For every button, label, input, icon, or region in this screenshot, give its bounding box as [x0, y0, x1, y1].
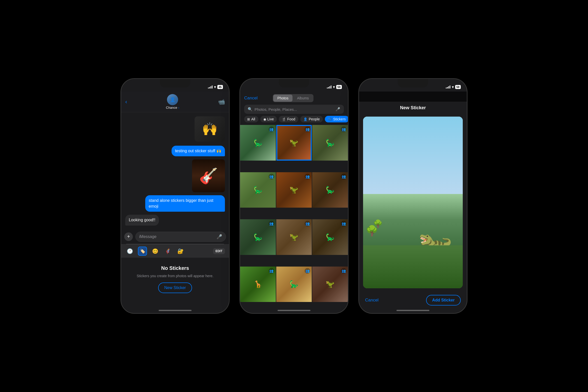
add-sticker-button[interactable]: Add Sticker [426, 295, 461, 306]
live-icon: ◉ [263, 117, 266, 121]
photo-cell-5[interactable]: 🦖 👥 [276, 172, 312, 208]
segment-control: Photos Albums [273, 94, 313, 102]
photo-cell-6[interactable]: 🦕 👥 [312, 172, 348, 208]
filter-food-label: Food [287, 117, 295, 121]
photo-cell-10[interactable]: 🦒 👥 [240, 267, 276, 302]
status-icons-2: ▾ 59 [327, 85, 342, 89]
filter-people[interactable]: 👤 People [300, 116, 323, 122]
filter-stickers[interactable]: 🔵 Stickers [325, 116, 348, 122]
people-indicator-2: 👥 [305, 126, 310, 132]
sticker-cancel-button[interactable]: Cancel [365, 298, 379, 303]
filter-people-label: People [309, 117, 320, 121]
seg-albums[interactable]: Albums [293, 95, 313, 102]
edit-button[interactable]: EDIT [213, 248, 225, 254]
new-sticker-header: New Sticker [359, 102, 467, 114]
food-icon: 🍴 [282, 117, 286, 121]
people-indicator-6: 👥 [341, 174, 346, 179]
status-icons-1: ▾ 45 [208, 85, 223, 89]
phone-1: ▾ 45 ‹ 👤 Chance › 📹 [121, 78, 229, 314]
no-stickers-subtitle: Stickers you create from photos will app… [137, 274, 213, 279]
people-indicator-4: 👥 [269, 174, 274, 179]
message-sticker-1: 🙌 [195, 116, 225, 142]
message-input[interactable]: iMessage 🎤 [135, 232, 226, 242]
filter-live[interactable]: ◉ Live [260, 116, 277, 122]
search-icon: 🔍 [248, 107, 253, 112]
people-indicator-11: 👥 [305, 268, 310, 274]
filter-live-label: Live [267, 117, 274, 121]
photo-picker-header: Cancel Photos Albums [240, 92, 348, 105]
people-indicator-10: 👥 [269, 268, 274, 274]
wifi-icon-1: ▾ [214, 85, 216, 89]
contact-name: Chance › [166, 106, 179, 110]
filter-row: ⊞ All ◉ Live 🍴 Food 👤 People 🔵 Stic [240, 116, 348, 125]
grid-icon: ⊞ [247, 117, 250, 121]
people-indicator-9: 👥 [341, 221, 346, 226]
filter-all[interactable]: ⊞ All [244, 116, 258, 122]
photo-cell-12[interactable]: 🦖 👥 [312, 267, 348, 302]
new-sticker-title: New Sticker [400, 105, 426, 111]
search-placeholder: Photos, People, Places... [255, 107, 297, 112]
people-indicator-8: 👥 [305, 221, 310, 226]
status-bar-3: ▾ 59 [359, 79, 467, 92]
status-icons-3: ▾ 59 [446, 85, 461, 89]
avatar-img: 👤 [167, 94, 178, 105]
wifi-icon-2: ▾ [333, 85, 335, 89]
contact-chevron: › [178, 106, 179, 110]
message-bubble-testing: testing out sticker stuff 🙌 [172, 146, 225, 156]
people-indicator-3: 👥 [341, 126, 346, 132]
people-indicator-12: 👥 [341, 268, 346, 274]
contact-info[interactable]: 👤 Chance › [130, 94, 215, 110]
mic-search-icon[interactable]: 🎤 [335, 107, 340, 112]
sticker-icon-active[interactable]: 🏷️ [138, 247, 147, 256]
memoji-icon[interactable]: 🦸 [163, 247, 172, 256]
sticker-preview-area: 🌳 🌳 🦖 [363, 117, 463, 288]
people-indicator-7: 👥 [269, 221, 274, 226]
photo-cell-1[interactable]: 🦕 👥 [240, 125, 276, 161]
no-stickers-area: No Stickers Stickers you create from pho… [121, 258, 229, 301]
video-call-button[interactable]: 📹 [218, 99, 225, 105]
status-bar-1: ▾ 45 [121, 79, 229, 92]
phone-3: ▾ 59 New Sticker 🌳 [359, 78, 467, 314]
photo-cell-11[interactable]: 🦕 👥 [276, 267, 312, 302]
emoji-icon[interactable]: 😊 [151, 247, 160, 256]
signal-bars-3 [446, 85, 450, 89]
search-bar[interactable]: 🔍 Photos, People, Places... 🎤 [244, 105, 344, 114]
message-input-row: + iMessage 🎤 [121, 230, 229, 244]
mic-icon[interactable]: 🎤 [217, 234, 222, 239]
cancel-button-2[interactable]: Cancel [244, 96, 258, 101]
filter-all-label: All [251, 117, 255, 121]
photo-grid: 🦕 👥 🦖 👥 🦕 👥 🦕 👥 🦖 👥 [240, 125, 348, 313]
battery-1: 45 [217, 85, 223, 89]
status-bar-2: ▾ 59 [240, 79, 348, 92]
battery-3: 59 [455, 85, 461, 89]
chat-header: ‹ 👤 Chance › 📹 [121, 92, 229, 112]
chat-messages: 🙌 testing out sticker stuff 🙌 🎸 stand al… [121, 112, 229, 230]
people-icon-chip: 👤 [303, 117, 307, 121]
password-icon[interactable]: 🔐 [176, 247, 185, 256]
photo-cell-7[interactable]: 🦕 👥 [240, 219, 276, 255]
plus-button[interactable]: + [124, 232, 133, 241]
filter-stickers-label: Stickers [333, 117, 346, 121]
battery-2: 59 [336, 85, 342, 89]
message-sticker-guitarist: 🎸 [192, 159, 225, 192]
wifi-icon-3: ▾ [452, 85, 454, 89]
seg-photos[interactable]: Photos [273, 95, 292, 102]
photo-cell-3[interactable]: 🦕 👥 [312, 125, 348, 161]
photo-cell-9[interactable]: 🦕 👥 [312, 219, 348, 255]
phone-3-screen: ▾ 59 New Sticker 🌳 [359, 79, 467, 313]
phones-container: ▾ 45 ‹ 👤 Chance › 📹 [121, 78, 467, 314]
message-looking-good: Looking good!! [125, 215, 159, 225]
sticker-filter-icon: 🔵 [328, 117, 332, 121]
phone-2-screen: ▾ 59 Cancel Photos Albums 🔍 Photos, Peop… [240, 79, 348, 313]
home-indicator-2 [278, 310, 310, 311]
phone-2: ▾ 59 Cancel Photos Albums 🔍 Photos, Peop… [240, 78, 348, 314]
photo-cell-4[interactable]: 🦕 👥 [240, 172, 276, 208]
clock-icon[interactable]: 🕐 [125, 247, 134, 256]
dim-overlay [359, 92, 467, 102]
filter-food[interactable]: 🍴 Food [279, 116, 298, 122]
new-sticker-button[interactable]: New Sticker [158, 282, 192, 293]
photo-cell-2[interactable]: 🦖 👥 [276, 125, 312, 161]
photo-cell-8[interactable]: 🦖 👥 [276, 219, 312, 255]
back-button[interactable]: ‹ [125, 99, 127, 105]
home-indicator-1 [159, 310, 192, 311]
